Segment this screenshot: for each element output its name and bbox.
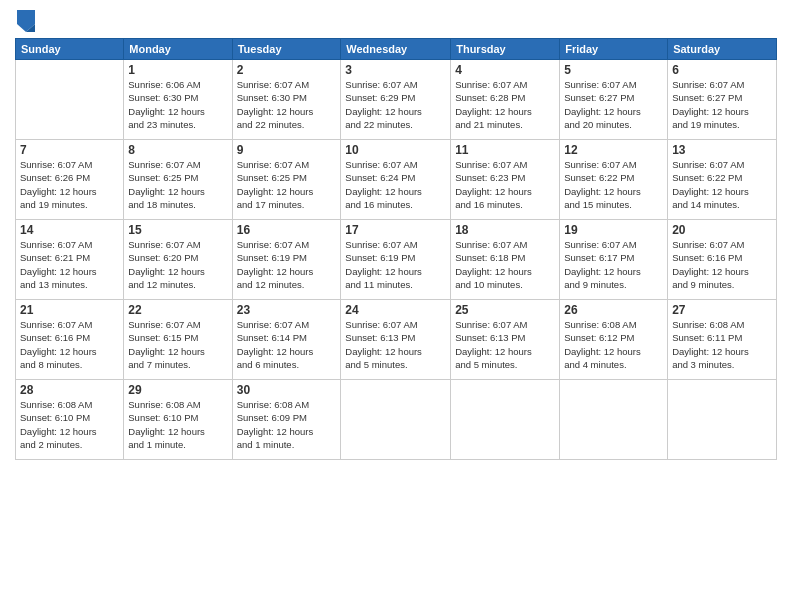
calendar-cell: 11Sunrise: 6:07 AM Sunset: 6:23 PM Dayli… [451,140,560,220]
calendar-cell: 15Sunrise: 6:07 AM Sunset: 6:20 PM Dayli… [124,220,232,300]
calendar-cell: 5Sunrise: 6:07 AM Sunset: 6:27 PM Daylig… [560,60,668,140]
calendar-cell: 16Sunrise: 6:07 AM Sunset: 6:19 PM Dayli… [232,220,341,300]
week-row-4: 21Sunrise: 6:07 AM Sunset: 6:16 PM Dayli… [16,300,777,380]
day-info: Sunrise: 6:07 AM Sunset: 6:29 PM Dayligh… [345,78,446,131]
calendar-cell: 21Sunrise: 6:07 AM Sunset: 6:16 PM Dayli… [16,300,124,380]
calendar-cell: 30Sunrise: 6:08 AM Sunset: 6:09 PM Dayli… [232,380,341,460]
day-number: 24 [345,303,446,317]
calendar-cell: 6Sunrise: 6:07 AM Sunset: 6:27 PM Daylig… [668,60,777,140]
day-info: Sunrise: 6:07 AM Sunset: 6:25 PM Dayligh… [237,158,337,211]
day-info: Sunrise: 6:07 AM Sunset: 6:22 PM Dayligh… [564,158,663,211]
calendar-cell: 27Sunrise: 6:08 AM Sunset: 6:11 PM Dayli… [668,300,777,380]
calendar-cell: 18Sunrise: 6:07 AM Sunset: 6:18 PM Dayli… [451,220,560,300]
day-number: 5 [564,63,663,77]
calendar-cell: 25Sunrise: 6:07 AM Sunset: 6:13 PM Dayli… [451,300,560,380]
day-number: 8 [128,143,227,157]
day-number: 10 [345,143,446,157]
day-number: 20 [672,223,772,237]
weekday-header-sunday: Sunday [16,39,124,60]
weekday-header-row: SundayMondayTuesdayWednesdayThursdayFrid… [16,39,777,60]
weekday-header-thursday: Thursday [451,39,560,60]
calendar-cell: 12Sunrise: 6:07 AM Sunset: 6:22 PM Dayli… [560,140,668,220]
calendar-cell: 8Sunrise: 6:07 AM Sunset: 6:25 PM Daylig… [124,140,232,220]
calendar-cell: 1Sunrise: 6:06 AM Sunset: 6:30 PM Daylig… [124,60,232,140]
day-number: 27 [672,303,772,317]
day-info: Sunrise: 6:07 AM Sunset: 6:23 PM Dayligh… [455,158,555,211]
day-number: 15 [128,223,227,237]
week-row-2: 7Sunrise: 6:07 AM Sunset: 6:26 PM Daylig… [16,140,777,220]
day-info: Sunrise: 6:08 AM Sunset: 6:09 PM Dayligh… [237,398,337,451]
day-info: Sunrise: 6:07 AM Sunset: 6:16 PM Dayligh… [672,238,772,291]
calendar-cell: 14Sunrise: 6:07 AM Sunset: 6:21 PM Dayli… [16,220,124,300]
day-info: Sunrise: 6:07 AM Sunset: 6:26 PM Dayligh… [20,158,119,211]
logo-icon [17,10,35,32]
calendar-cell: 17Sunrise: 6:07 AM Sunset: 6:19 PM Dayli… [341,220,451,300]
calendar-cell: 20Sunrise: 6:07 AM Sunset: 6:16 PM Dayli… [668,220,777,300]
day-info: Sunrise: 6:07 AM Sunset: 6:13 PM Dayligh… [455,318,555,371]
day-info: Sunrise: 6:07 AM Sunset: 6:15 PM Dayligh… [128,318,227,371]
day-number: 11 [455,143,555,157]
day-info: Sunrise: 6:07 AM Sunset: 6:21 PM Dayligh… [20,238,119,291]
calendar-cell: 4Sunrise: 6:07 AM Sunset: 6:28 PM Daylig… [451,60,560,140]
day-number: 1 [128,63,227,77]
calendar: SundayMondayTuesdayWednesdayThursdayFrid… [15,38,777,460]
day-number: 6 [672,63,772,77]
calendar-cell: 22Sunrise: 6:07 AM Sunset: 6:15 PM Dayli… [124,300,232,380]
day-info: Sunrise: 6:07 AM Sunset: 6:16 PM Dayligh… [20,318,119,371]
day-number: 19 [564,223,663,237]
day-number: 7 [20,143,119,157]
calendar-cell [560,380,668,460]
day-number: 28 [20,383,119,397]
calendar-cell: 29Sunrise: 6:08 AM Sunset: 6:10 PM Dayli… [124,380,232,460]
day-number: 30 [237,383,337,397]
day-number: 26 [564,303,663,317]
calendar-cell: 7Sunrise: 6:07 AM Sunset: 6:26 PM Daylig… [16,140,124,220]
week-row-5: 28Sunrise: 6:08 AM Sunset: 6:10 PM Dayli… [16,380,777,460]
calendar-cell [451,380,560,460]
logo [15,10,39,32]
calendar-cell [341,380,451,460]
calendar-cell: 13Sunrise: 6:07 AM Sunset: 6:22 PM Dayli… [668,140,777,220]
calendar-cell: 19Sunrise: 6:07 AM Sunset: 6:17 PM Dayli… [560,220,668,300]
calendar-cell: 26Sunrise: 6:08 AM Sunset: 6:12 PM Dayli… [560,300,668,380]
day-number: 3 [345,63,446,77]
weekday-header-friday: Friday [560,39,668,60]
day-number: 21 [20,303,119,317]
calendar-cell: 3Sunrise: 6:07 AM Sunset: 6:29 PM Daylig… [341,60,451,140]
calendar-cell: 10Sunrise: 6:07 AM Sunset: 6:24 PM Dayli… [341,140,451,220]
day-info: Sunrise: 6:07 AM Sunset: 6:25 PM Dayligh… [128,158,227,211]
day-number: 2 [237,63,337,77]
calendar-cell [668,380,777,460]
weekday-header-saturday: Saturday [668,39,777,60]
weekday-header-wednesday: Wednesday [341,39,451,60]
calendar-cell: 9Sunrise: 6:07 AM Sunset: 6:25 PM Daylig… [232,140,341,220]
day-info: Sunrise: 6:07 AM Sunset: 6:14 PM Dayligh… [237,318,337,371]
day-number: 14 [20,223,119,237]
day-number: 4 [455,63,555,77]
day-info: Sunrise: 6:07 AM Sunset: 6:28 PM Dayligh… [455,78,555,131]
day-info: Sunrise: 6:07 AM Sunset: 6:24 PM Dayligh… [345,158,446,211]
calendar-cell: 24Sunrise: 6:07 AM Sunset: 6:13 PM Dayli… [341,300,451,380]
day-info: Sunrise: 6:07 AM Sunset: 6:18 PM Dayligh… [455,238,555,291]
day-info: Sunrise: 6:07 AM Sunset: 6:22 PM Dayligh… [672,158,772,211]
weekday-header-tuesday: Tuesday [232,39,341,60]
day-info: Sunrise: 6:07 AM Sunset: 6:30 PM Dayligh… [237,78,337,131]
day-number: 12 [564,143,663,157]
calendar-cell: 2Sunrise: 6:07 AM Sunset: 6:30 PM Daylig… [232,60,341,140]
day-number: 9 [237,143,337,157]
day-number: 22 [128,303,227,317]
day-info: Sunrise: 6:07 AM Sunset: 6:13 PM Dayligh… [345,318,446,371]
day-info: Sunrise: 6:07 AM Sunset: 6:19 PM Dayligh… [345,238,446,291]
day-info: Sunrise: 6:07 AM Sunset: 6:19 PM Dayligh… [237,238,337,291]
day-info: Sunrise: 6:06 AM Sunset: 6:30 PM Dayligh… [128,78,227,131]
page: SundayMondayTuesdayWednesdayThursdayFrid… [0,0,792,612]
calendar-cell: 23Sunrise: 6:07 AM Sunset: 6:14 PM Dayli… [232,300,341,380]
day-number: 16 [237,223,337,237]
day-info: Sunrise: 6:08 AM Sunset: 6:11 PM Dayligh… [672,318,772,371]
day-number: 25 [455,303,555,317]
day-number: 13 [672,143,772,157]
day-info: Sunrise: 6:07 AM Sunset: 6:20 PM Dayligh… [128,238,227,291]
day-info: Sunrise: 6:08 AM Sunset: 6:10 PM Dayligh… [20,398,119,451]
day-info: Sunrise: 6:08 AM Sunset: 6:12 PM Dayligh… [564,318,663,371]
week-row-3: 14Sunrise: 6:07 AM Sunset: 6:21 PM Dayli… [16,220,777,300]
